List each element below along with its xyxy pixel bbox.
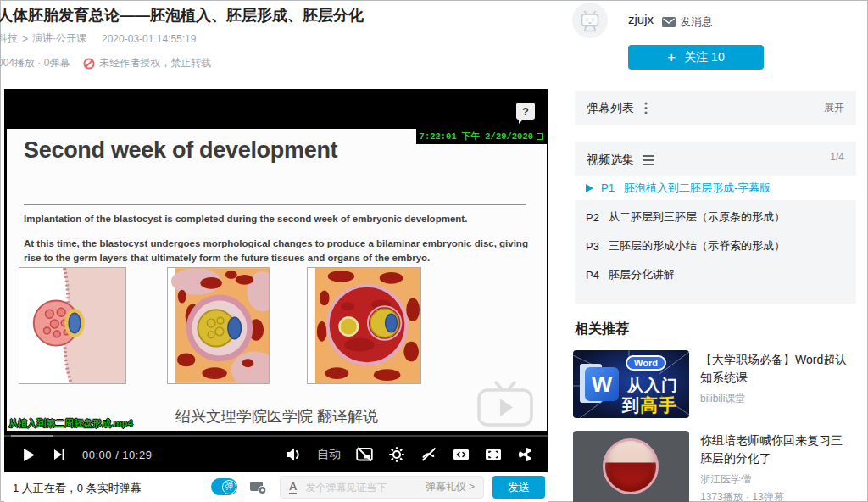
embryo-figures bbox=[19, 267, 421, 384]
font-style-icon: A bbox=[289, 481, 297, 494]
related-video-meta: 你组培老师喊你回来复习三胚层的分化了 浙江医学僧 1373播放 · 13弹幕 bbox=[700, 432, 849, 502]
slide-paragraph-2: At this time, the blastocyst undergoes m… bbox=[24, 237, 537, 266]
video-stats: 004播放 · 0弹幕 未经作者授权，禁止转载 bbox=[0, 56, 211, 70]
osd-square bbox=[537, 133, 543, 140]
osd-clock: 7:22:01 下午 2/29/2020 bbox=[416, 129, 547, 144]
settings-gear-icon[interactable] bbox=[388, 446, 405, 463]
playlist-item-label: 三胚层的形成小结（示脊索的形成） bbox=[609, 238, 785, 254]
related-video-title[interactable]: 你组培老师喊你回来复习三胚层的分化了 bbox=[700, 432, 849, 467]
breadcrumb-separator: > bbox=[22, 33, 28, 45]
no-reprint-notice: 未经作者授权，禁止转载 bbox=[99, 56, 211, 70]
expand-link[interactable]: 展开 bbox=[824, 101, 844, 115]
playlist-title: 视频选集 bbox=[587, 153, 634, 168]
related-video-thumbnail[interactable] bbox=[573, 431, 689, 502]
related-video-stats: 1373播放 · 13弹幕 bbox=[700, 490, 849, 502]
danmaku-settings-icon[interactable] bbox=[249, 479, 267, 494]
widescreen-icon[interactable] bbox=[453, 447, 470, 462]
volume-icon[interactable] bbox=[285, 447, 302, 462]
time-display: 00:00 / 10:29 bbox=[82, 449, 152, 461]
play-danmaku-count: 004播放 · 0弹幕 bbox=[0, 56, 70, 70]
playlist-item[interactable]: P1 胚泡植入到二胚层形成-字幕版 bbox=[575, 176, 856, 200]
help-label: ? bbox=[522, 105, 529, 118]
playlist-item-id: P1 bbox=[601, 181, 615, 194]
playlist-page-indicator: 1/4 bbox=[830, 151, 844, 163]
bilibili-video-page: 人体胚胎发育总论——胚泡植入、胚层形成、胚层分化 科技 > 演讲·公开课 202… bbox=[0, 0, 868, 502]
danmaku-toggle[interactable]: 弹 bbox=[211, 478, 237, 495]
danmaku-list-title: 弹幕列表 bbox=[587, 101, 634, 116]
breadcrumb-category[interactable]: 科技 bbox=[0, 31, 18, 46]
embryo-figure-chorionic-cavity bbox=[307, 267, 421, 384]
breadcrumb-subcategory[interactable]: 演讲·公开课 bbox=[32, 31, 86, 46]
breadcrumb: 科技 > 演讲·公开课 2020-03-01 14:55:19 bbox=[0, 31, 196, 46]
playlist-header: 视频选集 1/4 bbox=[575, 142, 856, 176]
playlist-panel: 视频选集 1/4 P1 胚泡植入到二胚层形成-字幕版 P2 从二胚层到三胚层（示… bbox=[575, 142, 856, 304]
quality-selector[interactable]: 自动 bbox=[317, 447, 341, 462]
send-message-link[interactable]: 发消息 bbox=[662, 14, 713, 30]
video-frame[interactable]: Second week of development Implantation … bbox=[7, 129, 547, 431]
danmaku-send-bar: 1 人正在看，0 条实时弹幕 弹 A 弹幕礼仪 > 发送 bbox=[4, 472, 548, 502]
more-menu-icon[interactable] bbox=[644, 102, 648, 114]
uploader-name[interactable]: zjujx bbox=[628, 12, 654, 26]
video-player[interactable]: Second week of development Implantation … bbox=[4, 89, 548, 472]
web-fullscreen-icon[interactable] bbox=[485, 447, 502, 462]
send-message-label: 发消息 bbox=[680, 14, 713, 30]
playlist-item[interactable]: P4 胚层分化讲解 bbox=[575, 260, 856, 289]
related-video-author[interactable]: 浙江医学僧 bbox=[700, 472, 849, 487]
slide-title: Second week of development bbox=[24, 137, 337, 164]
playlist-item[interactable]: P2 从二胚层到三胚层（示原条的形成） bbox=[575, 203, 856, 231]
watching-count: 1 人正在看，0 条实时弹幕 bbox=[13, 481, 142, 496]
danmaku-input[interactable] bbox=[305, 482, 420, 494]
send-danmaku-button[interactable]: 发送 bbox=[492, 476, 545, 499]
related-video-meta: 【大学职场必备】Word超认知系统课 bilibili课堂 bbox=[700, 351, 849, 406]
bilibili-tv-watermark bbox=[474, 379, 537, 428]
related-video-author[interactable]: bilibili课堂 bbox=[700, 392, 849, 406]
slide-paragraph-1: Implantation of the blastocyst is comple… bbox=[24, 214, 520, 224]
danmaku-list-panel: 弹幕列表 展开 bbox=[575, 91, 856, 126]
envelope-icon bbox=[662, 17, 676, 27]
playlist-item-label: 胚泡植入到二胚层形成-字幕版 bbox=[624, 181, 771, 196]
danmaku-etiquette-link[interactable]: 弹幕礼仪 > bbox=[426, 480, 475, 494]
fullscreen-icon[interactable] bbox=[517, 446, 534, 463]
word-badge: Word bbox=[626, 355, 666, 371]
thumb-text-line2: 到高手 bbox=[622, 393, 677, 417]
playlist-item[interactable]: P3 三胚层的形成小结（示脊索的形成） bbox=[575, 231, 856, 260]
related-video-thumbnail[interactable]: W Word 从入门 到高手 bbox=[573, 350, 689, 418]
osd-filename: 从植入到第二周胚盘形成.mp4 bbox=[8, 417, 133, 430]
embryo-figure-bilaminar bbox=[167, 267, 270, 384]
related-title: 相关推荐 bbox=[575, 321, 629, 338]
embryo-figure-implantation bbox=[19, 267, 126, 384]
danmaku-off-icon[interactable] bbox=[420, 447, 437, 462]
word-logo: W bbox=[585, 367, 619, 401]
list-icon bbox=[643, 155, 654, 165]
play-button[interactable] bbox=[23, 448, 36, 462]
follow-button[interactable]: + 关注 10 bbox=[628, 45, 764, 70]
playing-triangle-icon bbox=[586, 184, 593, 192]
page-title: 人体胚胎发育总论——胚泡植入、胚层形成、胚层分化 bbox=[0, 5, 364, 25]
player-controls: 00:00 / 10:29 自动 bbox=[4, 437, 548, 472]
slide-rule bbox=[24, 204, 526, 205]
help-bubble[interactable]: ? bbox=[516, 103, 535, 120]
playlist-item-label: 从二胚层到三胚层（示原条的形成） bbox=[609, 209, 785, 225]
follow-label: 关注 10 bbox=[684, 50, 724, 65]
danmaku-toggle-knob: 弹 bbox=[222, 480, 236, 494]
uploader-avatar[interactable] bbox=[572, 3, 608, 42]
playlist-item-id: P3 bbox=[586, 240, 599, 253]
embryo-thumb-image bbox=[603, 438, 659, 494]
plus-icon: + bbox=[667, 49, 676, 66]
playlist-item-id: P4 bbox=[586, 269, 599, 282]
playlist-item-id: P2 bbox=[586, 211, 599, 224]
next-part-button[interactable] bbox=[53, 449, 65, 460]
related-video-title[interactable]: 【大学职场必备】Word超认知系统课 bbox=[700, 351, 849, 387]
pip-disabled-icon[interactable] bbox=[356, 447, 373, 462]
no-reprint-icon bbox=[83, 58, 95, 70]
publish-date: 2020-03-01 14:55:19 bbox=[102, 33, 196, 45]
playlist-item-label: 胚层分化讲解 bbox=[609, 267, 675, 282]
danmaku-input-field[interactable]: A 弹幕礼仪 > bbox=[280, 476, 484, 499]
